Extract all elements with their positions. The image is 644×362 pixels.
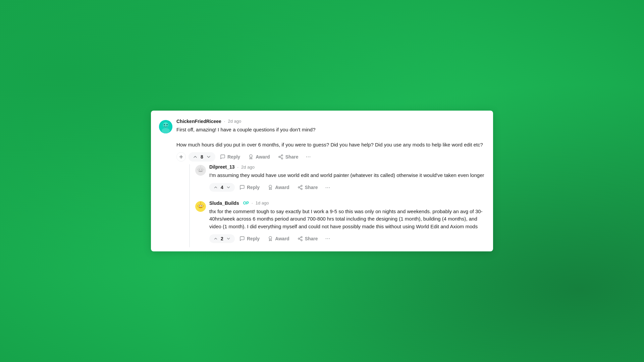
svg-rect-19	[197, 169, 198, 170]
share-button-reply-1[interactable]: Share	[294, 183, 321, 192]
reply-label-reply-2: Reply	[247, 236, 260, 241]
top-comment-action-bar: 8 Reply	[176, 152, 485, 162]
thread-line	[189, 164, 190, 247]
share-label-reply-1: Share	[305, 185, 318, 190]
award-label-reply-1: Award	[275, 185, 289, 190]
award-button-top[interactable]: Award	[245, 152, 273, 162]
collapse-button[interactable]	[176, 152, 186, 162]
reply-1-action-bar: 4	[209, 183, 485, 192]
top-comment-header: ChickenFriedRiceee · 2d ago	[176, 119, 485, 124]
svg-line-12	[280, 156, 281, 157]
top-comment-timestamp: 2d ago	[228, 119, 241, 124]
reply-label-reply-1: Reply	[247, 185, 260, 190]
svg-point-33	[199, 205, 200, 206]
award-button-reply-2[interactable]: Award	[264, 234, 293, 243]
svg-line-27	[299, 188, 301, 189]
svg-point-38	[200, 202, 201, 203]
reply-2-body: Sluda_Builds OP · 1d ago thx for the com…	[209, 200, 485, 246]
svg-line-44	[299, 239, 301, 240]
downvote-button-reply-1[interactable]	[225, 184, 231, 190]
reply-1-header: Dilpreet_13 · 2d ago	[209, 164, 485, 170]
reply-button-reply-1[interactable]: Reply	[236, 183, 263, 192]
svg-line-11	[280, 157, 281, 158]
reply-1-username[interactable]: Dilpreet_13	[209, 164, 234, 170]
more-button-reply-2[interactable]: ···	[323, 234, 333, 243]
upvote-button-top[interactable]	[192, 154, 199, 160]
reply-2-header: Sluda_Builds OP · 1d ago	[209, 200, 485, 206]
top-comment-body: ChickenFriedRiceee · 2d ago First off, a…	[176, 119, 485, 248]
svg-rect-35	[197, 205, 198, 207]
reply-2-text: thx for the comment! tough to say exactl…	[209, 208, 485, 231]
nested-comments: Dilpreet_13 · 2d ago I'm assuming they w…	[195, 164, 485, 247]
downvote-button-reply-2[interactable]	[225, 236, 231, 242]
reply-2-action-bar: 2	[209, 234, 485, 243]
reply-1-text: I'm assuming they would have use world e…	[209, 172, 485, 179]
vote-group-reply-1: 4	[209, 183, 235, 192]
svg-line-45	[299, 237, 301, 238]
avatar-dilpreet	[195, 165, 206, 176]
upvote-button-reply-2[interactable]	[213, 236, 219, 242]
svg-point-22	[200, 166, 201, 167]
comment-panel: ChickenFriedRiceee · 2d ago First off, a…	[151, 111, 493, 252]
share-label-top: Share	[285, 154, 299, 160]
svg-point-17	[199, 169, 200, 170]
reply-2-username[interactable]: Sluda_Builds	[209, 200, 239, 206]
vote-count-top: 8	[200, 154, 204, 160]
reply-button-reply-2[interactable]: Reply	[236, 234, 263, 243]
reply-1-body: Dilpreet_13 · 2d ago I'm assuming they w…	[209, 164, 485, 195]
vote-count-reply-2: 2	[220, 236, 224, 241]
thread-container: Dilpreet_13 · 2d ago I'm assuming they w…	[183, 164, 485, 247]
reply-1: Dilpreet_13 · 2d ago I'm assuming they w…	[195, 164, 485, 195]
reply-2-timestamp: 1d ago	[256, 200, 269, 205]
op-badge: OP	[243, 201, 249, 205]
share-button-reply-2[interactable]: Share	[294, 234, 321, 243]
share-label-reply-2: Share	[305, 236, 318, 241]
svg-point-39	[198, 208, 203, 212]
svg-line-28	[299, 186, 301, 187]
more-button-top[interactable]: ···	[303, 152, 314, 162]
award-label-top: Award	[256, 154, 270, 160]
vote-group-reply-2: 2	[209, 234, 235, 243]
svg-point-2	[162, 128, 170, 133]
avatar-sluda	[195, 201, 206, 212]
svg-rect-20	[203, 169, 204, 170]
svg-point-34	[201, 205, 202, 206]
share-button-top[interactable]: Share	[275, 152, 302, 162]
vote-group-top: 8	[189, 152, 215, 162]
top-comment: ChickenFriedRiceee · 2d ago First off, a…	[159, 119, 485, 248]
award-label-reply-2: Award	[275, 236, 289, 241]
top-comment-username[interactable]: ChickenFriedRiceee	[176, 119, 221, 124]
vote-count-reply-1: 4	[220, 185, 224, 190]
svg-point-3	[164, 124, 165, 125]
reply-label-top: Reply	[227, 154, 240, 160]
more-button-reply-1[interactable]: ···	[323, 183, 333, 192]
avatar-chicken	[159, 120, 172, 133]
reply-2: Sluda_Builds OP · 1d ago thx for the com…	[195, 200, 485, 246]
top-comment-text: First off, amazing! I have a couple ques…	[176, 126, 485, 149]
upvote-button-reply-1[interactable]	[213, 184, 219, 190]
award-button-reply-1[interactable]: Award	[264, 183, 293, 192]
svg-point-18	[202, 169, 202, 170]
svg-rect-36	[203, 205, 204, 207]
svg-point-4	[166, 124, 168, 125]
reply-button-top[interactable]: Reply	[217, 152, 244, 162]
reply-1-timestamp: 2d ago	[241, 165, 255, 170]
downvote-button-top[interactable]	[205, 154, 212, 160]
